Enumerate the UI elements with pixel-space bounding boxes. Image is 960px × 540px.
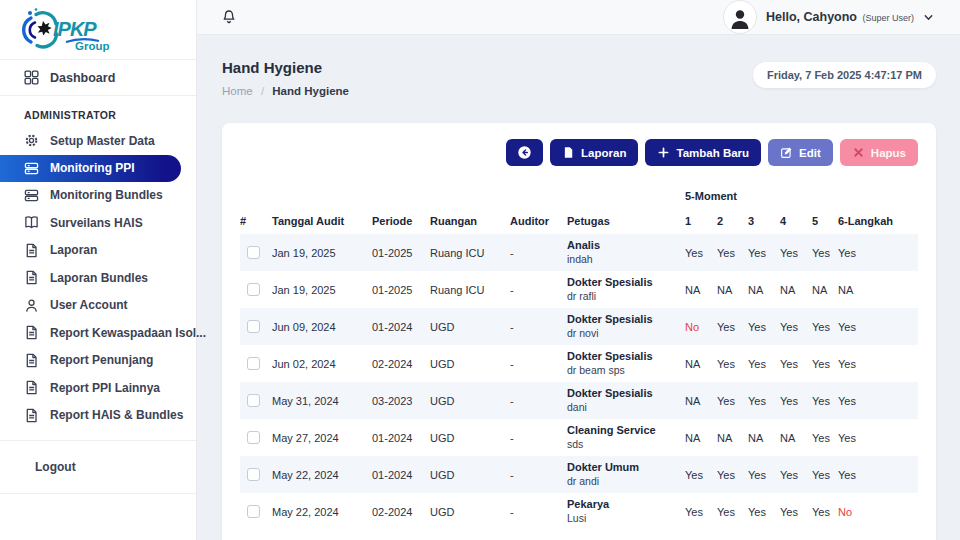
cell-moment-3: NA <box>748 419 780 456</box>
stack-icon <box>24 161 39 176</box>
petugas-role: Dokter Spesialis <box>567 276 685 290</box>
row-checkbox[interactable] <box>247 431 260 444</box>
cell-auditor: - <box>510 456 567 493</box>
cell-periode: 03-2023 <box>372 382 430 419</box>
cell-tanggal-audit: Jan 19, 2025 <box>272 234 372 271</box>
cell-moment-4: NA <box>780 419 812 456</box>
cell-moment-5: NA <box>812 271 838 308</box>
petugas-name: dr rafli <box>567 290 685 303</box>
user-greeting: Hello, Cahyono (Super User) <box>766 10 914 24</box>
breadcrumb-home[interactable]: Home <box>222 85 253 97</box>
sidebar-item-surveilans-hais[interactable]: Surveilans HAIS <box>0 209 196 237</box>
notifications-bell-icon[interactable] <box>221 9 237 25</box>
sidebar-item-report-hais-bundles[interactable]: Report HAIS & Bundles <box>0 402 196 430</box>
user-menu[interactable]: Hello, Cahyono (Super User) <box>723 0 934 34</box>
cell-ruangan: Ruang ICU <box>430 234 510 271</box>
cell-6-langkah: Yes <box>838 419 918 456</box>
row-checkbox[interactable] <box>247 246 260 259</box>
cell-select <box>240 493 272 530</box>
cell-auditor: - <box>510 234 567 271</box>
sidebar-item-report-ppi-lainnya[interactable]: Report PPI Lainnya <box>0 374 196 402</box>
cell-moment-4: NA <box>780 271 812 308</box>
petugas-role: Dokter Umum <box>567 461 685 475</box>
sidebar-item-report-kewaspadaan-isol[interactable]: Report Kewaspadaan Isol... <box>0 319 196 347</box>
sidebar-item-monitoring-bundles[interactable]: Monitoring Bundles <box>0 182 196 210</box>
sidebar-item-setup-master-data[interactable]: Setup Master Data <box>0 127 196 155</box>
sidebar-item-label: User Account <box>50 298 128 312</box>
sidebar-item-dashboard[interactable]: Dashboard <box>0 60 196 96</box>
table-row[interactable]: Jan 19, 202501-2025Ruang ICU-Dokter Spes… <box>240 271 918 308</box>
sidebar-item-monitoring-ppi[interactable]: Monitoring PPI <box>0 155 181 182</box>
sidebar-item-label: Report Penunjang <box>50 353 153 367</box>
sidebar-item-user-account[interactable]: User Account <box>0 292 196 320</box>
sidebar-item-report-penunjang[interactable]: Report Penunjang <box>0 347 196 375</box>
table-row[interactable]: May 27, 202401-2024UGD-Cleaning Services… <box>240 419 918 456</box>
file-icon <box>24 325 39 340</box>
tambah-baru-button[interactable]: Tambah Baru <box>645 139 761 166</box>
breadcrumb-current: Hand Hygiene <box>272 85 349 97</box>
sidebar-item-label: Report PPI Lainnya <box>50 381 160 395</box>
cell-moment-3: Yes <box>748 456 780 493</box>
sidebar-item-label: Report HAIS & Bundles <box>50 408 183 422</box>
column-header-6-langkah: 6-Langkah <box>838 208 918 234</box>
cell-select <box>240 419 272 456</box>
cell-ruangan: UGD <box>430 382 510 419</box>
table-row[interactable]: May 22, 202401-2024UGD-Dokter Umumdr and… <box>240 456 918 493</box>
sidebar-item-logout[interactable]: Logout <box>0 452 196 482</box>
sidebar-divider <box>0 493 196 494</box>
content: Hand Hygiene Home / Hand Hygiene Friday,… <box>197 35 960 540</box>
cell-moment-3: Yes <box>748 493 780 530</box>
row-checkbox[interactable] <box>247 283 260 296</box>
cell-auditor: - <box>510 382 567 419</box>
petugas-name: dr andi <box>567 475 685 488</box>
sidebar-section-administrator: ADMINISTRATOR <box>0 96 196 127</box>
row-checkbox[interactable] <box>247 468 260 481</box>
audit-table: 5-Moment #Tanggal AuditPeriodeRuanganAud… <box>240 188 918 530</box>
cell-ruangan: UGD <box>430 419 510 456</box>
hapus-button-label: Hapus <box>871 147 906 159</box>
cell-moment-4: Yes <box>780 308 812 345</box>
avatar <box>723 0 757 34</box>
dashboard-icon <box>24 70 39 85</box>
cell-tanggal-audit: May 22, 2024 <box>272 493 372 530</box>
cell-tanggal-audit: Jun 09, 2024 <box>272 308 372 345</box>
cell-moment-1: Yes <box>685 493 717 530</box>
column-header-auditor: Auditor <box>510 208 567 234</box>
cell-select <box>240 308 272 345</box>
cell-moment-1: NA <box>685 382 717 419</box>
cell-tanggal-audit: Jun 02, 2024 <box>272 345 372 382</box>
table-row[interactable]: May 22, 202402-2024UGD-PekaryaLusiYesYes… <box>240 493 918 530</box>
chevron-down-icon[interactable] <box>923 12 934 23</box>
brand-logo[interactable]: IPKP Group <box>0 0 196 60</box>
cell-6-langkah: No <box>838 493 918 530</box>
column-header-tanggal-audit: Tanggal Audit <box>272 208 372 234</box>
brand-subtitle: Group <box>75 40 110 52</box>
table-row[interactable]: Jun 09, 202401-2024UGD-Dokter Spesialisd… <box>240 308 918 345</box>
column-header-petugas: Petugas <box>567 208 685 234</box>
row-checkbox[interactable] <box>247 394 260 407</box>
sidebar-item-laporan[interactable]: Laporan <box>0 237 196 265</box>
laporan-button[interactable]: Laporan <box>550 139 638 166</box>
cell-auditor: - <box>510 345 567 382</box>
book-icon <box>24 215 39 230</box>
table-row[interactable]: Jan 19, 202501-2025Ruang ICU-Analisindah… <box>240 234 918 271</box>
row-checkbox[interactable] <box>247 320 260 333</box>
row-checkbox[interactable] <box>247 357 260 370</box>
hapus-button[interactable]: Hapus <box>840 139 918 166</box>
cell-petugas: Dokter Spesialisdani <box>567 382 685 419</box>
edit-button[interactable]: Edit <box>768 139 833 166</box>
cell-moment-1: Yes <box>685 234 717 271</box>
sidebar-item-label: Logout <box>35 460 76 474</box>
back-button[interactable] <box>506 139 543 166</box>
cell-6-langkah: NA <box>838 271 918 308</box>
breadcrumb-separator: / <box>261 85 264 97</box>
sidebar-item-laporan-bundles[interactable]: Laporan Bundles <box>0 264 196 292</box>
table-row[interactable]: Jun 02, 202402-2024UGD-Dokter Spesialisd… <box>240 345 918 382</box>
page-title: Hand Hygiene <box>222 59 349 76</box>
row-checkbox[interactable] <box>247 505 260 518</box>
cell-petugas: Dokter Umumdr andi <box>567 456 685 493</box>
cell-ruangan: Ruang ICU <box>430 271 510 308</box>
group-header-5-moment: 5-Moment <box>685 188 838 208</box>
cell-moment-2: NA <box>717 419 748 456</box>
table-row[interactable]: May 31, 202403-2023UGD-Dokter Spesialisd… <box>240 382 918 419</box>
